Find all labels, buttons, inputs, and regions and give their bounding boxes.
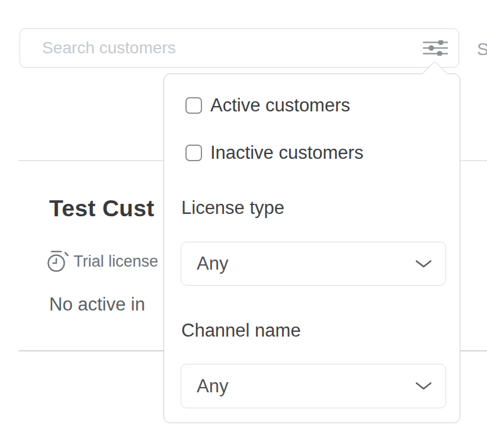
timer-icon <box>47 250 70 273</box>
field-label-license-type: License type <box>181 197 284 219</box>
checkbox-label: Active customers <box>210 95 350 116</box>
filter-button[interactable] <box>423 40 459 56</box>
search-input[interactable] <box>20 29 423 67</box>
select-value: Any <box>197 253 228 274</box>
select-value: Any <box>197 376 228 397</box>
field-label-channel-name: Channel name <box>181 320 301 341</box>
chevron-down-icon <box>415 382 432 391</box>
license-type-text: Trial license <box>73 252 158 271</box>
search-box <box>20 28 459 68</box>
sliders-filter-icon <box>423 40 448 56</box>
chevron-down-icon <box>415 260 432 268</box>
channel-name-select[interactable]: Any <box>181 364 446 408</box>
filter-popover: Active customers Inactive customers Lice… <box>164 73 460 423</box>
license-row: Trial license <box>47 249 158 274</box>
sort-control-truncated[interactable]: S <box>477 39 487 59</box>
customers-page: Test Cust Trial license No active in S <box>0 0 487 448</box>
checkbox-inactive-customers[interactable] <box>185 145 202 161</box>
customer-name-heading: Test Cust <box>49 196 155 222</box>
checkbox-active-customers[interactable] <box>185 97 202 114</box>
checkbox-label: Inactive customers <box>210 142 363 164</box>
customer-status-text: No active in <box>49 294 145 315</box>
checkbox-row-inactive-customers[interactable]: Inactive customers <box>185 142 363 164</box>
checkbox-row-active-customers[interactable]: Active customers <box>185 95 350 116</box>
license-type-select[interactable]: Any <box>181 242 446 286</box>
